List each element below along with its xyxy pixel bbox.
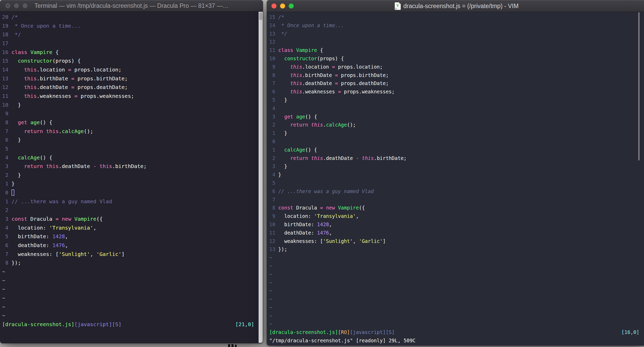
code-line[interactable]: 2 return this.calcAge();: [269, 121, 641, 129]
code-line[interactable]: 1}: [2, 180, 261, 188]
code-line[interactable]: 15 constructor(props) {: [2, 57, 261, 65]
line-number: 11: [269, 46, 275, 55]
vim-statusline[interactable]: [dracula-screenshot.js][javascript][S][2…: [2, 320, 261, 329]
code-line[interactable]: 14 this.location = props.location;: [2, 65, 261, 74]
empty-line-tilde[interactable]: ~: [2, 294, 261, 303]
code-line[interactable]: 13});: [269, 245, 641, 254]
code-line[interactable]: 3 return this.deathDate - this.birthDate…: [2, 162, 261, 171]
code-line[interactable]: 6 }: [2, 136, 261, 145]
macvim-window[interactable]: V js dracula-screenshot.js = (/private/t…: [267, 0, 644, 346]
code-line[interactable]: 20/*: [2, 13, 261, 22]
code-line[interactable]: 3 get age() {: [269, 113, 641, 121]
scrollbar-track[interactable]: [259, 12, 263, 343]
code-line[interactable]: 9: [2, 109, 261, 118]
code-line[interactable]: 4: [269, 104, 641, 113]
terminal-window[interactable]: Terminal — vim /tmp/dracula-screenshot.j…: [0, 0, 263, 343]
empty-line-tilde[interactable]: ~: [269, 254, 641, 262]
code-line[interactable]: 7 return this.calcAge();: [2, 127, 261, 136]
empty-line-tilde[interactable]: ~: [269, 287, 641, 295]
vim-text-area[interactable]: 20/*19 * Once upon a time...18 */1716cla…: [0, 11, 261, 338]
line-number: 13: [2, 74, 8, 83]
code-line[interactable]: 13 this.birthDate = props.birthDate;: [2, 74, 261, 83]
empty-line-tilde[interactable]: ~: [2, 267, 261, 276]
code-line[interactable]: 10 constructor(props) {: [269, 55, 641, 63]
empty-line-tilde[interactable]: ~: [269, 320, 641, 328]
scrollbar-thumb[interactable]: [638, 12, 640, 160]
code-line[interactable]: 3const Dracula = new Vampire({: [2, 215, 261, 224]
code-line[interactable]: 5 birthDate: 1428,: [2, 232, 261, 241]
empty-line-tilde[interactable]: ~: [2, 285, 261, 294]
code-line[interactable]: 6 this.weaknesses = props.weaknesses;: [269, 88, 641, 96]
code-line[interactable]: 1 calcAge() {: [269, 146, 641, 154]
code-line[interactable]: 8 this.birthDate = props.birthDate;: [269, 71, 641, 80]
code-line[interactable]: 0: [269, 137, 641, 146]
code-line[interactable]: 12 weaknesses: ['Sunlight', 'Garlic']: [269, 237, 641, 246]
macvim-titlebar[interactable]: V js dracula-screenshot.js = (/private/t…: [267, 0, 644, 12]
code-line[interactable]: 11 this.weaknesses = props.weaknesses;: [2, 92, 261, 101]
vim-statusline[interactable]: [dracula-screenshot.js][RO][javascript][…: [269, 328, 641, 337]
terminal-titlebar[interactable]: Terminal — vim /tmp/dracula-screenshot.j…: [0, 0, 263, 11]
zoom-button[interactable]: [22, 3, 28, 8]
empty-line-tilde[interactable]: ~: [269, 312, 641, 320]
code-line[interactable]: 1// ...there was a guy named Vlad: [2, 197, 261, 206]
vim-command-line[interactable]: "/tmp/dracula-screenshot.js" [readonly] …: [269, 337, 641, 345]
vim-text-area[interactable]: 15/*14 * Once upon a time...13 */1211cla…: [267, 12, 641, 345]
close-button[interactable]: [271, 3, 277, 9]
code-line[interactable]: 16class Vampire {: [2, 48, 261, 57]
code-line[interactable]: 17: [2, 39, 261, 48]
code-line[interactable]: 13 */: [269, 30, 641, 38]
code-line[interactable]: 11class Vampire {: [269, 46, 641, 55]
code-line[interactable]: 1 }: [269, 129, 641, 137]
code-line[interactable]: 8 get age() {: [2, 118, 261, 127]
code-line[interactable]: 4}: [269, 171, 641, 179]
code-line[interactable]: 8});: [2, 259, 261, 267]
code-line[interactable]: 2: [2, 206, 261, 215]
code-line[interactable]: 10 birthDate: 1428,: [269, 220, 641, 229]
zoom-button[interactable]: [289, 3, 294, 9]
empty-line-tilde[interactable]: ~: [269, 303, 641, 312]
line-number: 10: [269, 55, 275, 63]
code-line[interactable]: 14 * Once upon a time...: [269, 21, 641, 30]
code-line[interactable]: 5 }: [269, 96, 641, 104]
empty-line-tilde[interactable]: ~: [2, 276, 261, 285]
code-line[interactable]: 0: [2, 188, 261, 197]
code-line[interactable]: 6 deathDate: 1476,: [2, 241, 261, 250]
code-line[interactable]: 19 * Once upon a time...: [2, 22, 261, 31]
code-line[interactable]: 2 return this.deathDate - this.birthDate…: [269, 154, 641, 163]
code-line[interactable]: 4 calcAge() {: [2, 153, 261, 162]
scrollbar-thumb[interactable]: [259, 12, 262, 20]
code-line[interactable]: 10 }: [2, 101, 261, 110]
line-number: 3: [269, 113, 275, 121]
code-line[interactable]: 12: [269, 38, 641, 46]
empty-line-tilde[interactable]: ~: [269, 295, 641, 303]
code-line[interactable]: 3 }: [269, 162, 641, 171]
code-line[interactable]: 6// ...there was a guy named Vlad: [269, 187, 641, 196]
code-line[interactable]: 11 deathDate: 1476,: [269, 229, 641, 237]
empty-line-tilde[interactable]: ~: [269, 279, 641, 287]
code-line[interactable]: 8const Dracula = new Vampire({: [269, 204, 641, 212]
empty-line-tilde[interactable]: ~: [269, 262, 641, 270]
vim-command-line[interactable]: [2, 329, 261, 338]
code-line[interactable]: 7 this.deathDate = props.deathDate;: [269, 79, 641, 88]
code-line[interactable]: 2 }: [2, 171, 261, 180]
code-line[interactable]: 15/*: [269, 13, 641, 21]
line-number: 10: [2, 101, 8, 110]
close-button[interactable]: [5, 3, 10, 8]
code-line[interactable]: 4 location: 'Transylvania',: [2, 224, 261, 232]
line-number: 7: [269, 79, 275, 88]
code-line[interactable]: 7: [269, 196, 641, 204]
code-line[interactable]: 12 this.deathDate = props.deathDate;: [2, 83, 261, 92]
empty-line-tilde[interactable]: ~: [2, 303, 261, 312]
code-line[interactable]: 5: [2, 145, 261, 153]
line-number: 9: [2, 109, 8, 118]
empty-line-tilde[interactable]: ~: [269, 270, 641, 279]
code-line[interactable]: 5: [269, 179, 641, 187]
code-line[interactable]: 18 */: [2, 30, 261, 39]
code-line[interactable]: 9 this.location = props.location;: [269, 63, 641, 71]
empty-line-tilde[interactable]: ~: [2, 311, 261, 320]
code-line[interactable]: 9 location: 'Transylvania',: [269, 212, 641, 220]
minimize-button[interactable]: [14, 3, 19, 8]
minimize-button[interactable]: [280, 3, 285, 9]
code-line[interactable]: 7 weaknesses: ['Sunlight', 'Garlic']: [2, 250, 261, 259]
line-number: 7: [2, 127, 8, 136]
